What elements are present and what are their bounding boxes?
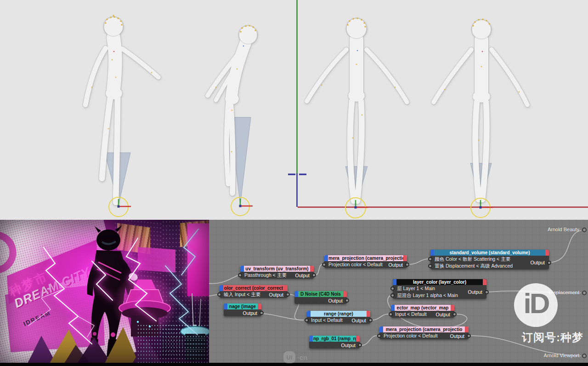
- input-port[interactable]: [217, 292, 221, 297]
- selection-cones: [105, 117, 492, 206]
- output-port[interactable]: [485, 290, 489, 294]
- ui-cn-watermark: UI ·cn: [283, 351, 308, 363]
- dreamcity-watermark-logo: iD: [514, 283, 558, 327]
- node-color-strip-left: [391, 305, 395, 311]
- output-label: Output: [295, 273, 310, 278]
- node-title[interactable]: D Noise (C4D Nois: [294, 291, 347, 297]
- node-title[interactable]: layer_color (layer_color): [393, 279, 486, 285]
- output-label: Output: [341, 343, 356, 348]
- output-port[interactable]: [358, 343, 362, 347]
- input-port[interactable]: [238, 273, 242, 277]
- node-color-strip-left: [224, 303, 227, 309]
- shader-node-camera_projection_1[interactable]: mera_projection (camera_projectioProject…: [324, 255, 407, 268]
- shader-node-image[interactable]: nage (imageOutput: [224, 303, 261, 316]
- node-color-strip-right: [258, 303, 261, 309]
- editor-output-port-viewport[interactable]: [582, 354, 587, 358]
- node-color-strip-left: [307, 311, 311, 317]
- output-port[interactable]: [260, 311, 264, 315]
- input-port[interactable]: [390, 286, 395, 291]
- shader-node-vector_map[interactable]: ector_map (vector_mapInput < DefaultOutp…: [391, 305, 454, 318]
- node-color-strip-right: [403, 255, 407, 261]
- vertex-dots: [91, 15, 520, 152]
- node-color-strip-left: [240, 266, 244, 272]
- character-model-2[interactable]: [208, 26, 257, 193]
- output-label: Output: [388, 262, 403, 267]
- node-body: Output: [294, 297, 347, 304]
- output-port[interactable]: [368, 318, 373, 322]
- output-label: Output: [351, 318, 366, 323]
- node-title[interactable]: range (range): [307, 311, 370, 317]
- input-port[interactable]: [377, 334, 381, 338]
- node-color-strip-right: [483, 279, 486, 285]
- output-label: Output: [530, 260, 545, 265]
- node-title[interactable]: ector_map (vector_map: [391, 305, 454, 311]
- node-body: Output: [309, 342, 360, 349]
- node-color-strip-left: [309, 336, 313, 342]
- output-label: Output: [435, 312, 450, 317]
- node-body: Input < DefaultOutput: [391, 311, 454, 318]
- output-port[interactable]: [547, 261, 551, 265]
- node-title[interactable]: uv_transform (uv_transform): [240, 266, 314, 272]
- node-title[interactable]: np_rgb_01 (ramp_rg: [309, 336, 360, 342]
- output-label: Output: [450, 333, 464, 338]
- shader-node-uv_transform[interactable]: uv_transform (uv_transform)Passthrough <…: [240, 266, 314, 279]
- shader-node-c4d_noise[interactable]: D Noise (C4D NoisOutput: [294, 291, 347, 304]
- node-body: 层 Layer 1 < Main层混合 Layer 1 alpha < Main…: [393, 285, 486, 299]
- editor-output-beauty: Arnold Beauty: [548, 227, 579, 232]
- output-port[interactable]: [467, 334, 471, 338]
- output-port[interactable]: [405, 263, 409, 267]
- shader-node-camera_projection_2[interactable]: mera_projection (camera_projectioProject…: [379, 326, 469, 339]
- node-color-strip-right: [356, 336, 360, 342]
- node-title[interactable]: nage (image: [224, 303, 261, 309]
- ui-cn-logo-icon: UI: [283, 351, 295, 363]
- node-color-strip-right: [343, 291, 347, 297]
- node-color-strip-right: [284, 285, 288, 291]
- vignette: [0, 220, 209, 363]
- output-label: Output: [468, 290, 482, 295]
- subscription-watermark: 订阅号:种梦: [507, 330, 588, 345]
- editor-output-port-beauty[interactable]: [582, 228, 587, 232]
- 3d-viewport[interactable]: [0, 0, 588, 221]
- shader-node-standard_volume[interactable]: standard_volume (standard_volume)颜色 Colo…: [430, 250, 549, 269]
- node-color-strip-right: [367, 311, 370, 317]
- input-port[interactable]: [322, 263, 326, 267]
- axis-tick-right: [299, 174, 306, 176]
- node-title[interactable]: standard_volume (standard_volume): [430, 250, 549, 256]
- input-port[interactable]: [428, 264, 432, 268]
- shader-node-range[interactable]: range (range)Input < DefaultOutput: [307, 311, 370, 324]
- node-body: 颜色 Color < 散射 Scattering < 主要置换 Displace…: [430, 256, 549, 269]
- node-title[interactable]: olor_correct (color_correct: [220, 285, 288, 291]
- node-color-strip-right: [310, 266, 314, 272]
- output-port[interactable]: [312, 273, 316, 277]
- node-body: Output: [224, 309, 261, 316]
- viewport-canvas: [0, 0, 588, 220]
- output-port[interactable]: [345, 298, 349, 303]
- output-label: Output: [328, 298, 343, 303]
- input-port[interactable]: [305, 318, 309, 322]
- bottom-black-bar: [0, 363, 588, 366]
- shader-node-layer_color[interactable]: layer_color (layer_color)层 Layer 1 < Mai…: [393, 279, 486, 299]
- node-color-strip-left: [379, 326, 383, 332]
- node-body: Projection color < DefaultOutput: [324, 261, 407, 268]
- node-title[interactable]: mera_projection (camera_projectio: [324, 255, 407, 261]
- editor-output-viewport: Arnold Viewport: [544, 353, 579, 358]
- input-port[interactable]: [428, 257, 432, 261]
- render-preview-image: 种梦市 DREAM CITY IDREAM: [0, 220, 209, 363]
- output-label: Output: [269, 292, 283, 297]
- node-title[interactable]: mera_projection (camera_projectio: [379, 326, 469, 332]
- input-port[interactable]: [389, 312, 393, 316]
- node-body: 输入 Input < 主要Output: [220, 291, 288, 298]
- shader-node-color_correct[interactable]: olor_correct (color_correct输入 Input < 主要…: [220, 285, 288, 298]
- output-port[interactable]: [452, 312, 457, 316]
- shader-node-ramp_rgb[interactable]: np_rgb_01 (ramp_rgOutput: [309, 336, 360, 349]
- node-color-strip-right: [465, 326, 469, 332]
- node-body: Input < DefaultOutput: [307, 317, 370, 324]
- node-color-strip-left: [294, 291, 298, 297]
- editor-output-port-displacement[interactable]: [582, 291, 587, 295]
- node-editor-canvas[interactable]: uv_transform (uv_transform)Passthrough <…: [209, 220, 588, 363]
- output-port[interactable]: [286, 292, 290, 297]
- node-body: Projection color < DefaultOutput: [379, 332, 469, 339]
- node-color-strip-right: [545, 250, 549, 256]
- character-model-3[interactable]: [307, 18, 407, 201]
- input-port[interactable]: [390, 293, 395, 297]
